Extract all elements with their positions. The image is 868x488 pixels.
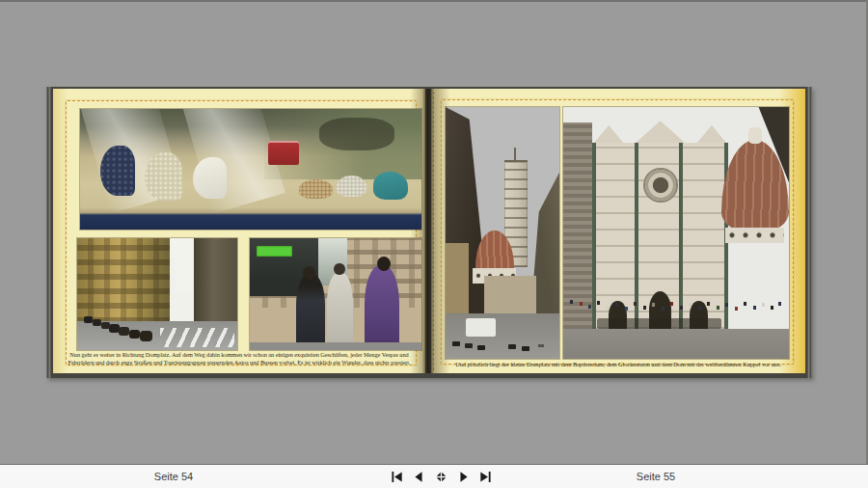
- studded-flat-shoe: [337, 176, 367, 198]
- dome-drum: [725, 228, 784, 243]
- photo-duomo-facade: [563, 107, 789, 359]
- rose-window: [645, 170, 676, 200]
- previous-page-button[interactable]: [410, 468, 428, 485]
- photo-street-campanile-dome: [446, 107, 559, 359]
- red-gift-box: [268, 141, 299, 165]
- person-head: [303, 266, 314, 280]
- person-purple-hoodie: [365, 265, 399, 350]
- book-page-left: Nun geht es weiter in Richtung Domplatz.…: [53, 89, 425, 373]
- facade-gables: [592, 121, 727, 145]
- leopard-flat-shoe: [299, 179, 333, 199]
- teal-flat-shoe: [373, 172, 407, 200]
- person-dark-jacket: [296, 275, 325, 350]
- white-heel-shoe: [193, 157, 227, 199]
- photo-street-with-scooters: [77, 238, 237, 350]
- parked-cars: [452, 341, 460, 346]
- book-page-right: Und plötzlich liegt der kleine Domplatz …: [431, 89, 805, 373]
- collapse-arrows-icon: [435, 471, 448, 483]
- street-pavement: [446, 313, 559, 359]
- skip-to-first-icon: [391, 471, 403, 483]
- parked-scooters: [84, 316, 93, 323]
- next-page-button[interactable]: [454, 468, 473, 485]
- first-page-button[interactable]: [388, 468, 406, 485]
- last-page-button[interactable]: [476, 468, 495, 485]
- right-page-caption: Und plötzlich liegt der kleine Domplatz …: [439, 361, 798, 368]
- preview-status-bar: Seite 54 Seite 55: [0, 464, 868, 488]
- photo-shoe-shop-window: [80, 109, 421, 230]
- dome-lantern: [748, 127, 762, 144]
- page-number-right: Seite 55: [588, 471, 723, 482]
- next-arrow-icon: [457, 471, 470, 483]
- person-light-top: [327, 273, 353, 350]
- bus-route-display: [257, 246, 292, 256]
- person-head: [334, 263, 345, 276]
- book-spine-fold: [422, 89, 434, 373]
- photobook-preview-window: Nun geht es weiter in Richtung Domplatz.…: [0, 0, 868, 488]
- window-top-edge: [0, 0, 868, 2]
- left-page-caption: Nun geht es weiter in Richtung Domplatz.…: [61, 351, 418, 366]
- page-navigation-controls: [388, 468, 495, 485]
- spiked-pump-dark: [100, 146, 134, 197]
- person-head: [377, 257, 391, 271]
- street-pavement: [250, 342, 421, 350]
- dark-accessories: [319, 118, 394, 150]
- road-markings: [160, 328, 233, 347]
- visitor-queue: [597, 318, 721, 328]
- spiked-platform-cream: [145, 152, 182, 201]
- piazza-pavement: [563, 329, 789, 359]
- white-van: [466, 318, 496, 336]
- crowd-of-people: [570, 300, 573, 304]
- page-number-left: Seite 54: [106, 471, 241, 482]
- exit-preview-button[interactable]: [432, 468, 450, 485]
- photo-bus-and-tourists: [250, 238, 421, 350]
- skip-to-last-icon: [479, 471, 492, 483]
- neighbor-building: [563, 122, 592, 329]
- ochre-wall: [446, 243, 469, 313]
- previous-arrow-icon: [413, 471, 425, 483]
- campanile-spire: [514, 148, 516, 160]
- mid-buildings: [484, 276, 536, 313]
